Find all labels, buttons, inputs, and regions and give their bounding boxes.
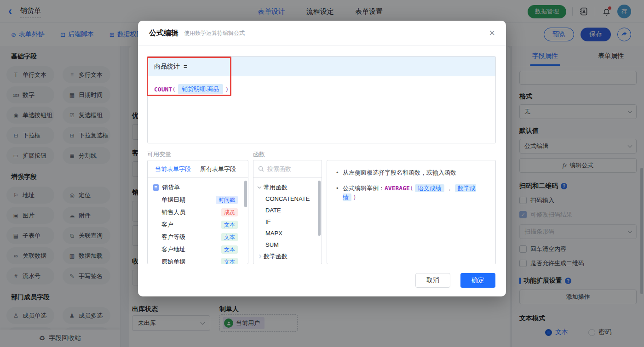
- type-badge: 文本: [221, 258, 238, 265]
- search-icon: [258, 166, 264, 172]
- scrollbar-thumb[interactable]: [244, 181, 247, 207]
- function-search: [253, 160, 322, 178]
- example-field-chip: 语文成绩: [415, 184, 444, 192]
- confirm-button[interactable]: 确定: [460, 273, 495, 288]
- function-search-input[interactable]: [267, 165, 313, 172]
- variables-label: 可用变量: [147, 150, 171, 159]
- function-group-text[interactable]: 文本函数: [253, 262, 322, 264]
- scrollbar-thumb[interactable]: [318, 181, 321, 236]
- form-file-icon: [153, 184, 159, 191]
- type-badge: 文本: [221, 221, 238, 229]
- type-badge: 文本: [221, 245, 238, 254]
- tip-example-line: 公式编辑举例：AVERAGE(语文成绩，数学成绩): [336, 184, 486, 202]
- type-badge: 成员: [221, 208, 238, 216]
- formula-target-band: 商品统计 =: [148, 57, 495, 76]
- variable-row[interactable]: 销售人员成员: [148, 206, 248, 218]
- function-item[interactable]: CONCATENATE: [253, 193, 322, 205]
- function-group-common[interactable]: 常用函数: [253, 182, 322, 193]
- type-badge: 时间戳: [216, 196, 238, 204]
- function-name: COUNT: [154, 86, 172, 93]
- type-badge: 文本: [221, 233, 238, 241]
- variable-row[interactable]: 客户地址文本: [148, 243, 248, 256]
- variables-tabs: 当前表单字段 所有表单字段: [148, 160, 248, 178]
- dialog-title: 公式编辑: [149, 28, 178, 38]
- cancel-button[interactable]: 取消: [415, 273, 450, 288]
- variables-tree: 销货单 单据日期时间戳 销售人员成员 客户文本 客户等级文本 客户地址文本 原始…: [148, 178, 248, 264]
- tab-current-form-fields[interactable]: 当前表单字段: [155, 165, 191, 173]
- function-item[interactable]: MAPX: [253, 228, 322, 239]
- variables-panel: 当前表单字段 所有表单字段 销货单 单据日期时间戳 销售人员成员 客户文本 客户…: [147, 160, 248, 264]
- tab-all-form-fields[interactable]: 所有表单字段: [200, 165, 236, 173]
- example-function-name: AVERAGE: [385, 185, 410, 192]
- close-icon[interactable]: ×: [489, 28, 495, 38]
- variable-row[interactable]: 客户文本: [148, 218, 248, 231]
- field-chip[interactable]: 销货明细.商品: [178, 84, 223, 94]
- variable-row[interactable]: 原始单据文本: [148, 256, 248, 264]
- formula-target: 商品统计: [154, 63, 180, 71]
- functions-panel: 常用函数 CONCATENATE DATE IF MAPX SUM 数学函数 文…: [253, 160, 322, 264]
- tips-panel: 从左侧面板选择字段名和函数，或输入函数 公式编辑举例：AVERAGE(语文成绩，…: [327, 160, 496, 264]
- formula-editor[interactable]: 商品统计 = COUNT ( 销货明细.商品 ): [147, 56, 496, 143]
- dialog-subtitle: 使用数学运算符编辑公式: [184, 29, 245, 37]
- close-paren: ): [225, 86, 229, 93]
- chevron-right-icon: [258, 254, 261, 258]
- formula-expression[interactable]: COUNT ( 销货明细.商品 ): [148, 76, 495, 102]
- functions-tree: 常用函数 CONCATENATE DATE IF MAPX SUM 数学函数 文…: [253, 178, 322, 264]
- formula-equals: =: [184, 63, 187, 70]
- form-node[interactable]: 销货单: [148, 181, 248, 193]
- function-item[interactable]: IF: [253, 216, 322, 228]
- tip-line: 从左侧面板选择字段名和函数，或输入函数: [336, 168, 486, 177]
- function-item[interactable]: SUM: [253, 239, 322, 250]
- function-group-math[interactable]: 数学函数: [253, 250, 322, 262]
- dialog-header: 公式编辑 使用数学运算符编辑公式 ×: [138, 21, 506, 46]
- chevron-down-icon: [258, 185, 261, 188]
- variable-row[interactable]: 单据日期时间戳: [148, 193, 248, 206]
- open-paren: (: [172, 86, 176, 93]
- function-item[interactable]: DATE: [253, 205, 322, 216]
- variable-row[interactable]: 客户等级文本: [148, 231, 248, 243]
- functions-label: 函数: [253, 150, 265, 159]
- dialog-footer: 取消 确定: [415, 273, 495, 288]
- formula-edit-dialog: 公式编辑 使用数学运算符编辑公式 × 商品统计 = COUNT ( 销货明细.商…: [138, 21, 506, 296]
